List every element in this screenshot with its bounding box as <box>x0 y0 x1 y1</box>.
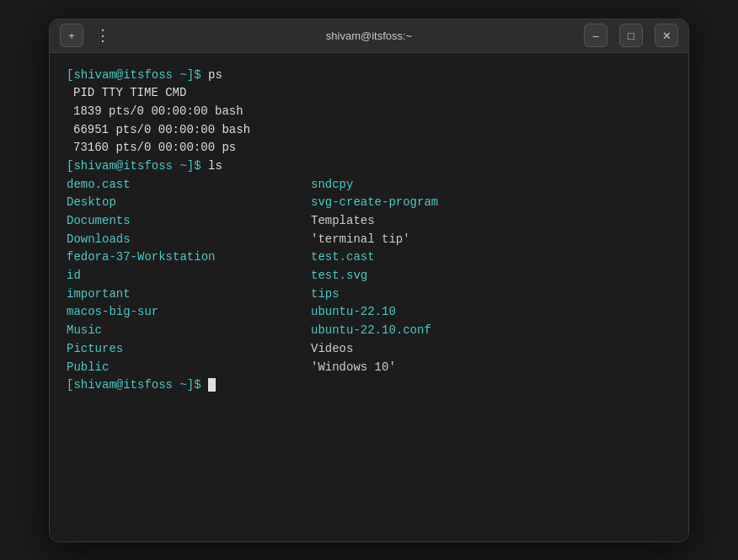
ps-row-2: 66951 pts/0 00:00:00 bash <box>73 121 671 140</box>
ls-item-left-5: id <box>67 267 311 285</box>
ls-item-left-1: Desktop <box>67 194 311 212</box>
ls-col-left: demo.castDesktopDocumentsDownloadsfedora… <box>67 176 311 377</box>
ls-output: demo.castDesktopDocumentsDownloadsfedora… <box>67 176 671 377</box>
ls-item-left-6: important <box>67 285 311 304</box>
ls-item-right-1: svg-create-program <box>311 194 671 212</box>
window-title: shivam@itsfoss:~ <box>326 29 412 42</box>
ls-item-right-7: ubuntu-22.10 <box>311 303 671 322</box>
prompt-2: [shivam@itsfoss ~]$ <box>67 159 201 173</box>
ls-item-right-4: test.cast <box>311 248 671 267</box>
final-cursor-space <box>201 378 208 392</box>
ls-item-right-6: tips <box>311 285 671 304</box>
ls-item-right-0: sndcpy <box>311 176 671 195</box>
ls-item-left-3: Downloads <box>67 231 311 249</box>
final-prompt-line: [shivam@itsfoss ~]$ <box>67 376 671 395</box>
minimize-button[interactable]: – <box>584 24 607 47</box>
ps-prompt-line: [shivam@itsfoss ~]$ ps <box>67 67 671 85</box>
prompt-3: [shivam@itsfoss ~]$ <box>67 378 201 392</box>
ls-item-left-4: fedora-37-Workstation <box>67 248 311 267</box>
maximize-button[interactable]: □ <box>619 24 643 47</box>
title-bar: + ⋮ shivam@itsfoss:~ – □ ✕ <box>50 19 688 53</box>
close-button[interactable]: ✕ <box>655 24 678 47</box>
ls-item-right-3: 'terminal tip' <box>311 231 671 249</box>
ps-header: PID TTY TIME CMD <box>73 84 671 103</box>
ls-item-left-10: Public <box>67 359 311 377</box>
ls-item-right-9: Videos <box>311 340 671 359</box>
cmd-ls: ls <box>201 159 222 173</box>
ls-item-left-0: demo.cast <box>67 176 311 195</box>
ls-item-right-10: 'Windows 10' <box>311 359 671 377</box>
ls-item-right-5: test.svg <box>311 267 671 285</box>
ls-col-right: sndcpysvg-create-programTemplates'termin… <box>311 176 671 377</box>
prompt-1: [shivam@itsfoss ~]$ <box>67 68 201 82</box>
terminal-body[interactable]: [shivam@itsfoss ~]$ ps PID TTY TIME CMD … <box>50 53 688 541</box>
ps-row-3: 73160 pts/0 00:00:00 ps <box>73 139 671 157</box>
add-tab-button[interactable]: + <box>60 24 83 47</box>
title-bar-left: + ⋮ <box>60 23 115 48</box>
ls-item-left-8: Music <box>67 322 311 340</box>
ls-item-left-9: Pictures <box>67 340 311 359</box>
ls-item-left-7: macos-big-sur <box>67 303 311 322</box>
cursor <box>208 378 216 392</box>
cmd-ps: ps <box>201 68 222 82</box>
ls-item-right-8: ubuntu-22.10.conf <box>311 322 671 340</box>
menu-button[interactable]: ⋮ <box>90 23 115 48</box>
ls-item-left-2: Documents <box>67 212 311 231</box>
window-controls: – □ ✕ <box>584 24 678 47</box>
ps-row-1: 1839 pts/0 00:00:00 bash <box>73 103 671 121</box>
terminal-window: + ⋮ shivam@itsfoss:~ – □ ✕ [shivam@itsfo… <box>49 19 689 542</box>
ls-item-right-2: Templates <box>311 212 671 231</box>
ls-prompt-line: [shivam@itsfoss ~]$ ls <box>67 157 671 176</box>
ps-output: PID TTY TIME CMD 1839 pts/0 00:00:00 bas… <box>73 84 671 157</box>
